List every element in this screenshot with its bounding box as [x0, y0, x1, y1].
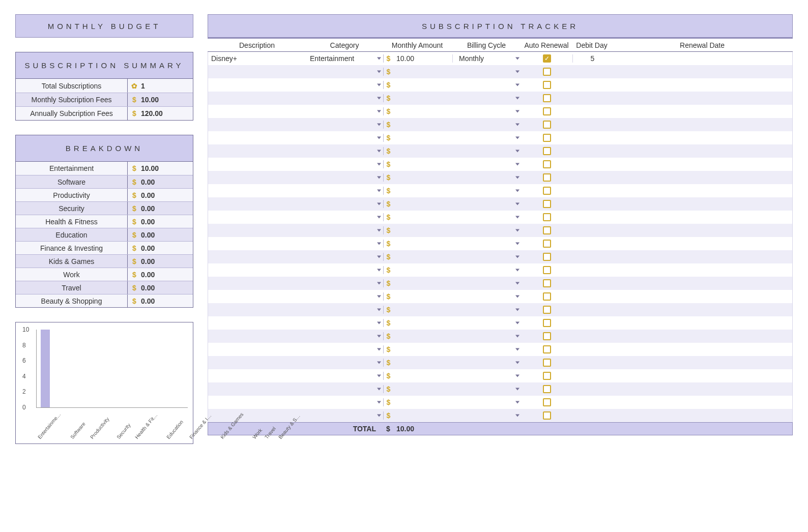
chevron-down-icon — [377, 309, 381, 311]
breakdown-label: Software — [16, 175, 128, 188]
tracker-row: $ — [208, 369, 793, 382]
breakdown-number: 0.00 — [141, 297, 155, 305]
cell-auto-renewal — [522, 173, 572, 182]
auto-renewal-checkbox[interactable] — [543, 226, 551, 234]
currency-icon: $ — [383, 398, 393, 406]
chevron-down-icon — [377, 84, 381, 86]
chart-xlabel: Entertainme… — [37, 411, 62, 440]
currency-icon: $ — [383, 94, 393, 102]
auto-renewal-checkbox[interactable] — [543, 279, 551, 287]
breakdown-row: Beauty & Shopping$0.00 — [16, 294, 193, 307]
breakdown-label: Security — [16, 202, 128, 215]
auto-renewal-checkbox[interactable]: ✓ — [543, 54, 551, 63]
auto-renewal-checkbox[interactable] — [543, 134, 551, 142]
auto-renewal-checkbox[interactable] — [543, 121, 551, 129]
chevron-down-icon — [515, 110, 520, 113]
currency-icon: $ — [383, 332, 393, 340]
cell-auto-renewal — [522, 319, 572, 327]
tracker-row: $ — [208, 316, 793, 330]
breakdown-row: Education$0.00 — [16, 228, 193, 241]
currency-icon: $ — [131, 257, 138, 265]
summary-label: Monthly Subcription Fees — [16, 93, 128, 106]
auto-renewal-checkbox[interactable] — [543, 187, 551, 195]
cell-category-dropdown[interactable]: Entertainment — [307, 54, 383, 63]
auto-renewal-checkbox[interactable] — [543, 345, 551, 353]
summary-number: 1 — [141, 82, 145, 90]
breakdown-value: $10.00 — [128, 162, 193, 175]
tracker-row: $ — [208, 211, 793, 224]
currency-icon: $ — [383, 213, 393, 221]
auto-renewal-checkbox[interactable] — [543, 332, 551, 340]
currency-icon: $ — [131, 231, 138, 239]
cell-monthly-amount[interactable]: 10.00 — [393, 54, 452, 63]
chart-xlabel: Education — [165, 419, 184, 440]
tracker-title: SUBSCRIPTION TRACKER — [208, 14, 793, 38]
cell-debit-day[interactable]: 5 — [572, 54, 612, 63]
header-monthly-amount: Monthly Amount — [383, 41, 452, 49]
summary-row: Annually Subcription Fees$120.00 — [16, 106, 193, 120]
chart-xlabel: Productivity — [89, 416, 110, 440]
currency-icon: $ — [383, 306, 393, 314]
chevron-down-icon — [515, 388, 520, 391]
auto-renewal-checkbox[interactable] — [543, 107, 551, 115]
tracker-total-row: TOTAL $ 10.00 — [208, 422, 793, 435]
breakdown-number: 0.00 — [141, 244, 155, 252]
cell-auto-renewal — [522, 253, 572, 261]
cell-auto-renewal — [522, 345, 572, 353]
auto-renewal-checkbox[interactable] — [543, 372, 551, 380]
chart-ytick: 4 — [22, 373, 26, 380]
auto-renewal-checkbox[interactable] — [543, 292, 551, 301]
auto-renewal-checkbox[interactable] — [543, 319, 551, 327]
breakdown-value: $0.00 — [128, 242, 193, 254]
chevron-down-icon — [515, 269, 520, 272]
tracker-row: $ — [208, 105, 793, 118]
currency-icon: $ — [131, 271, 138, 279]
auto-renewal-checkbox[interactable] — [543, 68, 551, 76]
auto-renewal-checkbox[interactable] — [543, 160, 551, 168]
cell-auto-renewal — [522, 226, 572, 234]
auto-renewal-checkbox[interactable] — [543, 81, 551, 89]
auto-renewal-checkbox[interactable] — [543, 147, 551, 155]
auto-renewal-checkbox[interactable] — [543, 94, 551, 102]
auto-renewal-checkbox[interactable] — [543, 213, 551, 221]
chevron-down-icon — [515, 97, 520, 100]
breakdown-number: 0.00 — [141, 191, 155, 199]
chevron-down-icon — [377, 150, 381, 153]
currency-icon: $ — [131, 284, 138, 292]
chevron-down-icon — [377, 269, 381, 272]
auto-renewal-checkbox[interactable] — [543, 266, 551, 274]
breakdown-label: Health & Fitness — [16, 215, 128, 228]
currency-icon: $ — [383, 121, 393, 129]
auto-renewal-checkbox[interactable] — [543, 253, 551, 261]
cell-auto-renewal — [522, 266, 572, 274]
cell-auto-renewal — [522, 134, 572, 142]
breakdown-number: 0.00 — [141, 218, 155, 226]
auto-renewal-checkbox[interactable] — [543, 359, 551, 367]
cell-auto-renewal — [522, 107, 572, 115]
summary-label: Total Subscriptions — [16, 79, 128, 93]
currency-icon: $ — [383, 319, 393, 327]
cell-auto-renewal — [522, 68, 572, 76]
summary-value: $120.00 — [128, 107, 193, 120]
cell-billing-cycle-dropdown[interactable]: Monthly — [452, 54, 522, 63]
currency-icon: $ — [383, 54, 393, 63]
chevron-down-icon — [515, 401, 520, 404]
breakdown-row: Kids & Games$0.00 — [16, 254, 193, 268]
auto-renewal-checkbox[interactable] — [543, 306, 551, 314]
currency-icon: $ — [131, 96, 138, 104]
summary-number: 120.00 — [141, 109, 163, 117]
auto-renewal-checkbox[interactable] — [543, 173, 551, 182]
breakdown-number: 0.00 — [141, 204, 155, 213]
cell-auto-renewal — [522, 121, 572, 129]
breakdown-label: Beauty & Shopping — [16, 294, 128, 307]
auto-renewal-checkbox[interactable] — [543, 398, 551, 406]
auto-renewal-checkbox[interactable] — [543, 385, 551, 393]
auto-renewal-checkbox[interactable] — [543, 200, 551, 208]
currency-icon: $ — [383, 134, 393, 142]
tracker-row: $ — [208, 396, 793, 409]
breakdown-row: Security$0.00 — [16, 201, 193, 215]
auto-renewal-checkbox[interactable] — [543, 411, 551, 420]
auto-renewal-checkbox[interactable] — [543, 240, 551, 248]
cell-description[interactable]: Disney+ — [208, 54, 307, 63]
chart-bar — [41, 330, 50, 407]
